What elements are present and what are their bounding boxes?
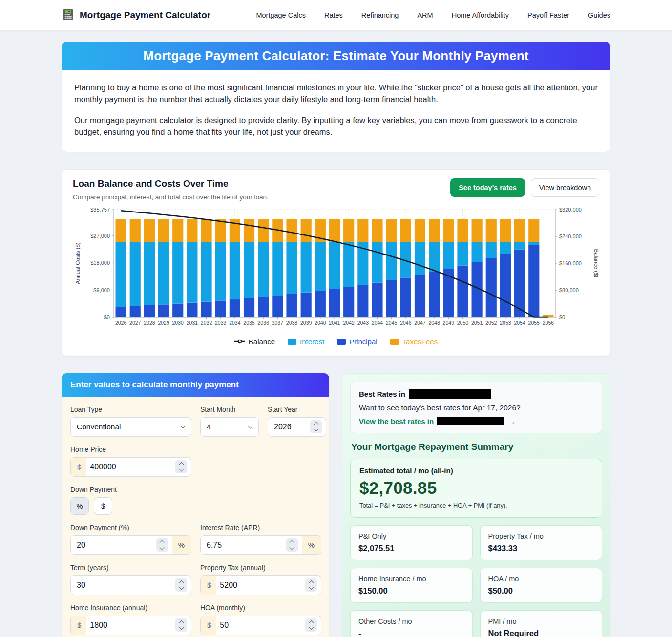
percent-suffix: % <box>172 536 191 554</box>
nav-refinancing[interactable]: Refinancing <box>361 11 399 19</box>
hoa-card: HOA / mo $50.00 <box>480 568 603 603</box>
view-breakdown-button[interactable]: View breakdown <box>531 178 599 197</box>
svg-text:$0: $0 <box>104 314 110 320</box>
total-note: Total = P&I + taxes + insurance + HOA + … <box>359 502 593 509</box>
interest-rate-label: Interest Rate (APR) <box>200 524 321 531</box>
svg-text:2046: 2046 <box>400 320 412 326</box>
down-payment-label: Down Payment <box>70 486 320 493</box>
total-value: $2,708.85 <box>359 478 593 498</box>
start-month-select[interactable]: 4 <box>200 417 259 437</box>
down-payment-pct-input[interactable] <box>71 536 152 554</box>
svg-text:2029: 2029 <box>158 320 169 326</box>
number-stepper[interactable] <box>305 618 317 632</box>
percent-suffix: % <box>302 536 321 554</box>
down-payment-dollar-toggle[interactable]: $ <box>94 497 112 515</box>
nav-mortgage-calcs[interactable]: Mortgage Calcs <box>256 11 306 19</box>
hoa-label: HOA (monthly) <box>200 604 321 612</box>
number-stepper[interactable] <box>286 538 298 552</box>
hoa-input[interactable] <box>216 616 301 635</box>
svg-text:2030: 2030 <box>172 320 184 326</box>
nav-rates[interactable]: Rates <box>324 11 343 19</box>
redacted-location <box>437 417 504 425</box>
calculator-form-card: Enter values to calculate monthly paymen… <box>62 373 329 637</box>
top-navigation-bar: Mortgage Payment Calculator Mortgage Cal… <box>0 0 672 31</box>
term-label: Term (years) <box>70 564 191 572</box>
legend-item-interest[interactable]: Interest <box>288 338 324 346</box>
svg-text:$240,000: $240,000 <box>559 234 582 239</box>
chart-card: Loan Balance and Costs Over Time Compare… <box>62 169 610 356</box>
legend-item-balance[interactable]: Balance <box>234 338 275 346</box>
home-insurance-label: Home Insurance (annual) <box>70 604 191 612</box>
svg-text:2038: 2038 <box>286 320 298 326</box>
svg-text:2042: 2042 <box>343 320 355 326</box>
down-payment-percent-toggle[interactable]: % <box>70 497 89 515</box>
down-payment-pct-field: % <box>70 535 191 555</box>
intro-paragraph-2: Our mortgage payment calculator is desig… <box>74 114 598 138</box>
svg-text:2050: 2050 <box>457 320 469 326</box>
start-year-input[interactable] <box>268 418 306 436</box>
svg-text:2039: 2039 <box>300 320 312 326</box>
loan-type-select[interactable]: Conventional <box>70 417 191 437</box>
svg-text:$0: $0 <box>559 314 565 320</box>
property-tax-field: $ <box>200 575 321 595</box>
nav-guides[interactable]: Guides <box>588 11 610 19</box>
interest-swatch-icon <box>288 339 296 345</box>
principal-swatch-icon <box>337 339 346 345</box>
svg-text:$320,000: $320,000 <box>559 207 582 212</box>
number-stepper[interactable] <box>175 460 187 473</box>
number-stepper[interactable] <box>175 578 187 592</box>
number-stepper[interactable] <box>175 618 187 632</box>
svg-text:2031: 2031 <box>187 320 198 326</box>
svg-text:$27,000: $27,000 <box>90 233 110 239</box>
pmi-card: PMI / mo Not Required <box>480 610 603 637</box>
interest-rate-input[interactable] <box>201 536 282 554</box>
svg-text:$80,000: $80,000 <box>559 287 579 293</box>
svg-text:2027: 2027 <box>129 320 141 326</box>
summary-panel: Best Rates in Want to see today's best r… <box>342 373 610 637</box>
chart-legend: Balance Interest Principal TaxesFees <box>73 338 599 346</box>
term-input[interactable] <box>71 576 171 595</box>
see-todays-rates-button[interactable]: See today's rates <box>450 178 525 197</box>
arrow-right-icon: → <box>508 417 515 425</box>
chart-canvas: $0$9,000$18,000$27,000$35,757$0$80,000$1… <box>73 203 600 336</box>
home-price-input[interactable] <box>86 458 171 476</box>
best-rates-card: Best Rates in Want to see today's best r… <box>350 382 602 433</box>
taxesfees-swatch-icon <box>390 339 399 345</box>
dollar-prefix: $ <box>201 616 216 635</box>
nav-arm[interactable]: ARM <box>417 11 433 19</box>
start-month-label: Start Month <box>200 405 259 413</box>
property-tax-input[interactable] <box>216 576 301 595</box>
number-stepper[interactable] <box>305 578 317 592</box>
home-insurance-field: $ <box>70 616 191 635</box>
legend-item-principal[interactable]: Principal <box>337 338 378 346</box>
dollar-prefix: $ <box>71 458 86 476</box>
svg-text:2045: 2045 <box>386 320 398 326</box>
loan-chart: $0$9,000$18,000$27,000$35,757$0$80,000$1… <box>73 203 599 338</box>
chart-subtitle: Compare principal, interest, and total c… <box>73 193 269 201</box>
svg-text:Balance ($): Balance ($) <box>593 249 599 277</box>
home-insurance-card: Home Insurance / mo $150.00 <box>350 568 473 603</box>
svg-text:2054: 2054 <box>514 320 525 326</box>
summary-cards-grid: P&I Only $2,075.51 Property Tax / mo $43… <box>350 525 602 637</box>
chart-title: Loan Balance and Costs Over Time <box>73 178 269 189</box>
svg-text:2035: 2035 <box>243 320 255 326</box>
svg-text:2052: 2052 <box>485 320 497 326</box>
svg-text:2026: 2026 <box>115 320 127 326</box>
svg-text:2028: 2028 <box>144 320 155 326</box>
svg-text:$9,000: $9,000 <box>93 287 110 293</box>
calculator-icon <box>62 8 75 23</box>
svg-text:2040: 2040 <box>315 320 326 326</box>
view-best-rates-link[interactable]: View the best rates in → <box>359 417 593 425</box>
nav-payoff-faster[interactable]: Payoff Faster <box>527 11 569 19</box>
svg-text:2048: 2048 <box>428 320 440 326</box>
brand: Mortgage Payment Calculator <box>62 8 210 23</box>
legend-label-principal: Principal <box>349 338 378 346</box>
number-stepper[interactable] <box>310 420 322 433</box>
legend-item-taxesfees[interactable]: TaxesFees <box>390 338 438 346</box>
home-insurance-input[interactable] <box>86 616 171 635</box>
svg-text:Annual Costs ($): Annual Costs ($) <box>75 242 81 284</box>
number-stepper[interactable] <box>156 538 168 552</box>
svg-text:2034: 2034 <box>229 320 241 326</box>
svg-text:2041: 2041 <box>329 320 340 326</box>
nav-home-affordability[interactable]: Home Affordability <box>452 11 509 19</box>
